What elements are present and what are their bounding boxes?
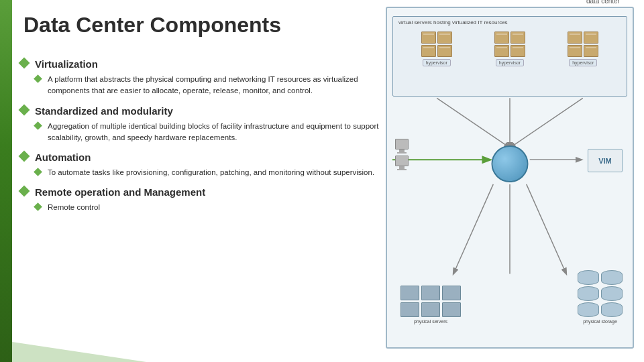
server-group-2: hypervisor [494,32,525,66]
bullet-label-virtualization: Virtualization [35,57,98,71]
bottom-decorative-shape [12,342,146,362]
server-box-1c [421,45,436,57]
slide-title: Data Center Components [23,12,396,38]
server-box-1d [437,45,452,57]
section-standardized: Standardized and modularity Aggregation … [20,104,392,144]
vim-box: VIM [588,149,623,172]
hypervisor-label-1: hypervisor [423,59,451,66]
section-virtualization: Virtualization A platform that abstracts… [20,57,392,97]
hypervisor-label-3: hypervisor [569,59,597,66]
svg-line-0 [437,98,510,147]
vs-label: virtual servers hosting virtualized IT r… [398,19,508,25]
storage-cyl-2 [578,286,599,301]
network-switch-circle [492,145,529,182]
desktop-icon-1 [395,139,409,154]
phys-server-5 [421,302,440,317]
left-accent-bar [0,0,12,362]
server-box-3a [568,32,582,44]
phys-server-2 [421,286,440,300]
svg-line-4 [453,184,493,274]
vim-label: VIM [598,157,612,165]
phys-server-1 [400,286,419,300]
server-group-3: hypervisor [568,32,598,66]
virtual-servers-box: virtual servers hosting virtualized IT r… [392,16,627,97]
phys-server-6 [442,302,461,317]
diamond-icon-small-std [34,121,42,130]
server-box-2b [511,32,525,44]
diamond-icon-automation [19,151,30,162]
bullet-sub-automation: To automate tasks like provisioning, con… [35,167,392,178]
phys-server-row-2 [400,302,461,317]
phys-server-row [400,286,461,300]
storage-stack-2 [601,270,623,317]
diamond-icon-small-remote [34,202,42,211]
bullet-main-remote: Remote operation and Management [20,185,392,199]
server-box-3b [584,32,598,44]
bullet-main-standardized: Standardized and modularity [20,104,392,118]
storage-cyl-3 [578,302,599,317]
diagram-container: data center virtual servers hosting virt… [386,7,634,349]
storage-stack-1 [578,270,599,317]
title-area: Data Center Components [23,12,396,38]
bullet-sub-remote: Remote control [35,202,392,213]
server-box-3d [584,45,598,57]
bullet-sub-text-remote: Remote control [48,202,100,213]
storage-cyl-5 [601,286,623,301]
diamond-icon-small-auto [34,168,42,176]
physical-storage-label: physical storage [583,319,617,324]
storage-cyl-1 [578,270,599,285]
content-area: Virtualization A platform that abstracts… [20,57,392,349]
server-stack-3 [568,32,598,44]
section-remote: Remote operation and Management Remote c… [20,185,392,213]
diamond-icon-remote [19,186,30,197]
desktop-icons-area [395,139,409,170]
diamond-icon-virtualization [19,58,30,69]
svg-line-2 [510,98,583,147]
diagram-area: data center virtual servers hosting virt… [386,7,641,355]
phys-server-3 [442,286,461,300]
server-stack-2b [494,45,525,57]
bullet-label-remote: Remote operation and Management [35,185,205,199]
server-group-1: hypervisor [421,32,452,66]
storage-row [578,270,623,317]
bullet-label-automation: Automation [35,150,91,164]
bullet-main-automation: Automation [20,150,392,164]
data-center-label: data center [584,0,623,5]
storage-cyl-6 [601,302,623,317]
physical-servers-group: physical servers [400,286,461,324]
svg-line-6 [527,184,566,274]
server-stack-2 [494,32,525,44]
phys-server-4 [400,302,419,317]
bullet-label-standardized: Standardized and modularity [35,104,173,118]
bullet-sub-text-virt: A platform that abstracts the physical c… [48,74,392,97]
storage-cyl-4 [601,270,623,285]
diamond-icon-standardized [19,104,30,115]
server-box-3c [568,45,582,57]
bottom-shape-inner [12,342,146,362]
server-stack-1b [421,45,452,57]
desktop-icon-2 [395,156,409,170]
section-automation: Automation To automate tasks like provis… [20,150,392,178]
diamond-icon-small-virt [34,74,42,83]
bullet-sub-text-std: Aggregation of multiple identical buildi… [48,121,392,144]
server-box-2d [511,45,525,57]
hypervisor-label-2: hypervisor [496,59,524,66]
bullet-sub-standardized: Aggregation of multiple identical buildi… [35,121,392,144]
slide: Data Center Components Virtualization A … [0,0,644,362]
server-icons-row: hypervisor hypervisor [393,32,627,66]
server-stack-3b [568,45,598,57]
server-box-2a [494,32,509,44]
bullet-sub-text-auto: To automate tasks like provisioning, con… [48,167,374,178]
server-stack-1 [421,32,452,44]
bullet-main-virtualization: Virtualization [20,57,392,71]
physical-storage-group: physical storage [578,270,623,324]
bullet-sub-virtualization: A platform that abstracts the physical c… [35,74,392,97]
physical-servers-label: physical servers [414,319,447,324]
server-box-1b [437,32,452,44]
server-box-1a [421,32,436,44]
server-box-2c [494,45,509,57]
